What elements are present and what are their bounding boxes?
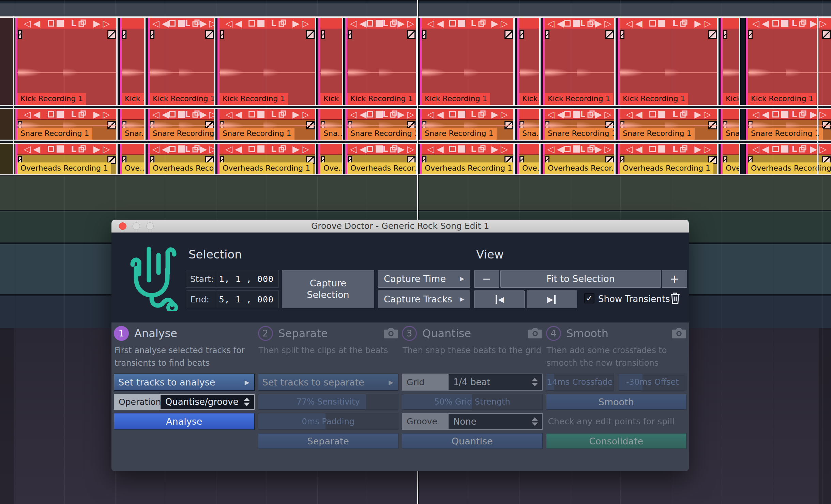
stop-record-icons[interactable] — [564, 20, 580, 27]
fade-handle-icon[interactable] — [545, 30, 549, 39]
fade-handle-icon[interactable] — [422, 30, 426, 39]
stop-record-icons[interactable] — [649, 20, 665, 27]
audio-clip[interactable]: Kick... — [721, 18, 740, 105]
clip-transport-header[interactable]: ◁◀L▶▷ — [748, 18, 831, 29]
fit-to-selection-button[interactable]: Fit to Selection — [500, 270, 661, 288]
clip-transport-header[interactable]: ◁◀L▶▷ — [620, 144, 717, 155]
rewind-icon[interactable]: ◁◀ — [752, 110, 769, 119]
clip-transport-header[interactable]: ◁◀L▶▷ — [347, 18, 416, 29]
stop-record-icons[interactable] — [449, 20, 465, 27]
quantise-button[interactable]: Quantise — [402, 433, 543, 449]
audio-clip[interactable]: Kick ... — [318, 18, 343, 105]
clip-transport-header[interactable]: ◁◀L▶▷ — [545, 109, 614, 120]
stop-record-icons[interactable] — [564, 145, 580, 153]
loop-copy-icons[interactable]: L — [71, 109, 86, 119]
audio-clip[interactable]: Sna... — [318, 109, 343, 140]
loop-copy-icons[interactable]: L — [792, 18, 807, 28]
clip-transport-header[interactable] — [320, 144, 342, 155]
audio-clip[interactable]: Ove... — [517, 144, 541, 174]
stop-record-icons[interactable] — [564, 111, 580, 118]
clip-transport-header[interactable]: ◁◀L▶▷ — [17, 144, 116, 155]
loop-copy-icons[interactable]: L — [471, 109, 486, 119]
rewind-icon[interactable]: ◁◀ — [752, 144, 769, 154]
rewind-icon[interactable]: ◁◀ — [427, 110, 444, 119]
stop-record-icons[interactable] — [248, 20, 265, 27]
rewind-icon[interactable]: ◁◀ — [427, 19, 444, 28]
clip-transport-header[interactable]: ◁◀L▶▷ — [620, 109, 717, 120]
show-transients-checkbox[interactable]: ✓ — [584, 293, 594, 303]
smooth-button[interactable]: Smooth — [546, 394, 687, 410]
stop-record-icons[interactable] — [169, 111, 185, 118]
rewind-icon[interactable]: ◁◀ — [152, 19, 169, 28]
end-value[interactable]: 5, 1 , 000 — [216, 291, 278, 308]
fade-handle-icon[interactable] — [407, 30, 416, 39]
play-forward-icons[interactable]: ▶▷ — [595, 19, 611, 28]
play-forward-icons[interactable]: ▶▷ — [200, 19, 214, 28]
camera-button[interactable] — [383, 327, 398, 340]
rewind-icon[interactable]: ◁◀ — [24, 110, 41, 119]
audio-clip[interactable]: ◁◀L▶▷Overheads Recor... — [345, 144, 417, 174]
play-forward-icons[interactable]: ▶▷ — [292, 144, 309, 154]
audio-clip[interactable]: ◁◀L▶▷Kick Recording 1 — [420, 18, 515, 105]
clip-transport-header[interactable] — [519, 144, 539, 155]
clip-transport-header[interactable]: ◁◀L▶▷ — [748, 109, 831, 120]
play-forward-icons[interactable]: ▶▷ — [292, 110, 309, 119]
fade-handle-icon[interactable] — [348, 30, 352, 39]
-sensitivity-slider[interactable]: 77% Sensitivity — [258, 394, 399, 410]
audio-clip[interactable]: ◁◀L▶▷Kick Recording 1 — [543, 18, 616, 105]
audio-clip[interactable]: Kick ... — [120, 18, 146, 105]
fade-handle-icon[interactable] — [122, 30, 126, 39]
stop-record-icons[interactable] — [367, 111, 383, 118]
fade-handle-icon[interactable] — [605, 30, 614, 39]
select-value[interactable]: None — [449, 414, 542, 429]
fade-handle-icon[interactable] — [723, 30, 727, 39]
fade-handle-icon[interactable] — [822, 30, 831, 39]
loop-copy-icons[interactable]: L — [673, 109, 688, 119]
grid-select[interactable]: Grid1/4 beat — [402, 374, 543, 391]
clip-transport-header[interactable] — [122, 18, 144, 29]
loop-copy-icons[interactable]: L — [71, 144, 86, 154]
fade-handle-icon[interactable] — [205, 30, 214, 39]
loop-copy-icons[interactable]: L — [271, 109, 286, 119]
loop-copy-icons[interactable]: L — [185, 18, 200, 28]
stop-record-icons[interactable] — [48, 145, 64, 153]
loop-copy-icons[interactable]: L — [71, 18, 86, 28]
start-value[interactable]: 1, 1 , 000 — [216, 270, 278, 287]
stop-record-icons[interactable] — [449, 145, 465, 153]
play-forward-icons[interactable]: ▶▷ — [292, 19, 309, 28]
empty-track-1[interactable] — [0, 176, 831, 210]
clip-transport-header[interactable]: ◁◀L▶▷ — [545, 144, 614, 155]
clip-transport-header[interactable]: ◁◀L▶▷ — [220, 109, 315, 120]
-ms-padding-slider[interactable]: 0ms Padding — [258, 413, 399, 430]
dialog-titlebar[interactable]: Groove Doctor - Generic Rock Song Edit 1 — [111, 220, 689, 233]
clip-transport-header[interactable] — [723, 144, 739, 155]
clip-transport-header[interactable]: ◁◀L▶▷ — [620, 18, 717, 29]
rewind-icon[interactable]: ◁◀ — [152, 110, 169, 119]
audio-clip[interactable]: ◁◀L▶▷Overheads Reco... — [148, 144, 215, 174]
audio-clip[interactable]: ◁◀L▶▷Snare Recording 1 — [618, 109, 719, 140]
selection-end-field[interactable]: End: 5, 1 , 000 — [186, 290, 279, 308]
loop-copy-icons[interactable]: L — [792, 109, 807, 119]
fade-handle-icon[interactable] — [708, 30, 717, 39]
play-forward-icons[interactable]: ▶▷ — [694, 19, 711, 28]
skip-end-button[interactable]: ▶ — [527, 290, 577, 308]
loop-copy-icons[interactable]: L — [271, 18, 286, 28]
audio-clip[interactable]: Kick... — [517, 18, 541, 105]
audio-clip[interactable]: ◁◀L▶▷Snare Recording 1 — [543, 109, 616, 140]
play-forward-icons[interactable]: ▶▷ — [93, 110, 110, 119]
-grid-strength-slider[interactable]: 50% Grid Strength — [402, 394, 543, 410]
rewind-icon[interactable]: ◁◀ — [350, 110, 367, 119]
clip-transport-header[interactable] — [723, 109, 739, 120]
fade-handle-icon[interactable] — [107, 30, 116, 39]
loop-copy-icons[interactable]: L — [471, 18, 486, 28]
capture-time-button[interactable]: Capture Time ▶ — [378, 270, 470, 288]
play-forward-icons[interactable]: ▶▷ — [397, 144, 414, 154]
play-forward-icons[interactable]: ▶▷ — [595, 110, 611, 119]
clip-transport-header[interactable]: ◁◀L▶▷ — [422, 18, 513, 29]
groove-select[interactable]: GrooveNone — [402, 413, 543, 430]
play-forward-icons[interactable]: ▶▷ — [397, 110, 414, 119]
play-forward-icons[interactable]: ▶▷ — [491, 19, 508, 28]
clip-transport-header[interactable] — [122, 144, 144, 155]
clip-transport-header[interactable]: ◁◀L▶▷ — [347, 109, 416, 120]
rewind-icon[interactable]: ◁◀ — [350, 144, 367, 154]
